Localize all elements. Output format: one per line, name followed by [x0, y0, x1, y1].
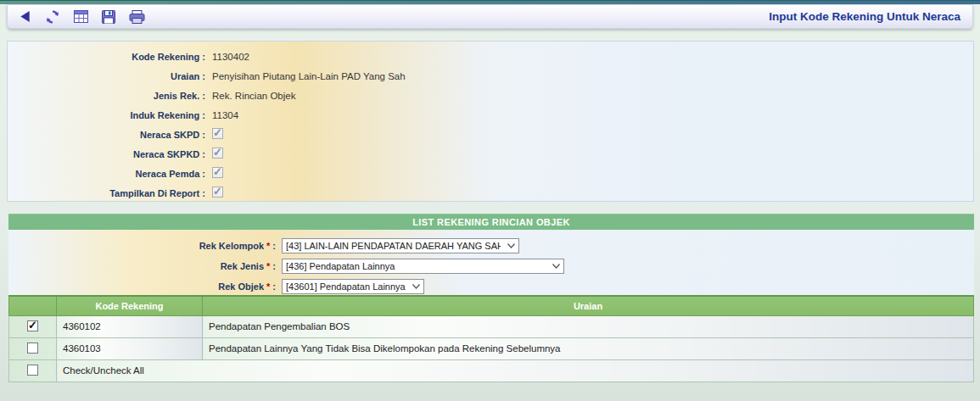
select-label: Rek Kelompok*:: [8, 241, 276, 251]
row-rek-objek: Rek Objek*: [43601] Pendapatan Lainnya: [8, 276, 974, 297]
field-label: Uraian :: [8, 71, 205, 81]
check-all-checkbox[interactable]: [27, 365, 38, 376]
toolbar: Input Kode Rekening Untuk Neraca: [7, 4, 973, 29]
field-jenis-rek: Jenis Rek. : Rek. Rincian Objek: [8, 86, 973, 105]
refresh-icon: [45, 9, 60, 25]
select-label: Rek Jenis*:: [8, 261, 276, 271]
print-icon: [129, 10, 145, 24]
detail-panel: Kode Rekening : 1130402 Uraian : Penyisi…: [7, 41, 974, 202]
row-neraca-pemda: Neraca Pemda :: [8, 164, 973, 183]
grid-button[interactable]: [72, 8, 89, 25]
row-rek-kelompok: Rek Kelompok*: [43] LAIN-LAIN PENDAPATAN…: [8, 236, 974, 256]
table-row-check-all: Check/Uncheck All: [9, 359, 974, 382]
rek-jenis-select[interactable]: [436] Pendapatan Lainnya: [282, 259, 564, 274]
row-neraca-skpd: Neraca SKPD :: [8, 125, 973, 144]
field-label: Jenis Rek. :: [8, 91, 205, 101]
field-uraian: Uraian : Penyisihan Piutang Lain-Lain PA…: [8, 66, 973, 86]
save-button[interactable]: [100, 8, 117, 25]
field-label: Kode Rekening :: [8, 52, 205, 62]
field-kode-rekening: Kode Rekening : 1130402: [8, 47, 973, 66]
neraca-skpd-checkbox[interactable]: [212, 128, 223, 139]
field-value: 1130402: [212, 52, 249, 62]
chevron-down-icon: [412, 284, 420, 289]
row-checkbox[interactable]: [27, 343, 38, 354]
row-rek-jenis: Rek Jenis*: [436] Pendapatan Lainnya: [8, 256, 974, 276]
select-label: Rek Objek*:: [8, 281, 276, 292]
checkbox-label: Neraca SKPKD :: [8, 149, 205, 159]
field-value: 11304: [212, 110, 238, 120]
chevron-down-icon: [507, 243, 515, 248]
required-mark: *: [266, 261, 270, 271]
grid-icon: [74, 10, 88, 23]
header-kode-rekening: Kode Rekening: [57, 296, 203, 315]
checkbox-label: Neraca Pemda :: [8, 169, 205, 179]
save-icon: [102, 10, 115, 24]
required-mark: *: [266, 241, 270, 251]
table-row: 4360103 Pendapatan Lainnya Yang Tidak Bi…: [9, 337, 974, 359]
cell-kode: 4360103: [57, 337, 203, 359]
back-icon: [18, 9, 32, 24]
list-filter-panel: Rek Kelompok*: [43] LAIN-LAIN PENDAPATAN…: [8, 230, 974, 295]
field-value: Penyisihan Piutang Lain-Lain PAD Yang Sa…: [212, 71, 406, 81]
cell-uraian: Pendapatan Lainnya Yang Tidak Bisa Dikel…: [203, 337, 974, 359]
row-checkbox[interactable]: [27, 320, 38, 331]
required-mark: *: [266, 281, 270, 292]
field-induk-rekening: Induk Rekening : 11304: [8, 105, 973, 125]
print-button[interactable]: [128, 8, 145, 25]
cell-check-uncheck-all: Check/Uncheck All: [57, 359, 974, 382]
tampilkan-di-report-checkbox[interactable]: [212, 187, 223, 198]
cell-kode: 4360102: [57, 315, 203, 337]
refresh-button[interactable]: [44, 8, 61, 25]
header-uraian: Uraian: [203, 296, 974, 315]
field-label: Induk Rekening :: [8, 110, 205, 120]
page-title: Input Kode Rekening Untuk Neraca: [769, 10, 964, 23]
row-neraca-skpkd: Neraca SKPKD :: [8, 144, 973, 164]
table-row: 4360102 Pendapatan Pengembalian BOS: [9, 315, 974, 337]
row-tampilkan-di-report: Tampilkan Di Report :: [8, 183, 973, 203]
cell-uraian: Pendapatan Pengembalian BOS: [203, 315, 974, 337]
chevron-down-icon: [552, 264, 560, 269]
table-header-row: Kode Rekening Uraian: [9, 296, 974, 315]
field-value: Rek. Rincian Objek: [212, 91, 295, 101]
header-checkbox-column: [9, 296, 57, 315]
neraca-skpkd-checkbox[interactable]: [212, 148, 223, 159]
back-button[interactable]: [16, 8, 33, 25]
rek-kelompok-select[interactable]: [43] LAIN-LAIN PENDAPATAN DAERAH YANG SA…: [282, 238, 519, 253]
rekening-table: Kode Rekening Uraian 4360102 Pendapatan …: [8, 295, 974, 382]
rek-objek-select[interactable]: [43601] Pendapatan Lainnya: [282, 279, 424, 294]
checkbox-label: Tampilkan Di Report :: [8, 188, 205, 198]
checkbox-label: Neraca SKPD :: [8, 130, 205, 140]
list-section-header: LIST REKENING RINCIAN OBJEK: [8, 214, 974, 230]
neraca-pemda-checkbox[interactable]: [212, 167, 223, 178]
